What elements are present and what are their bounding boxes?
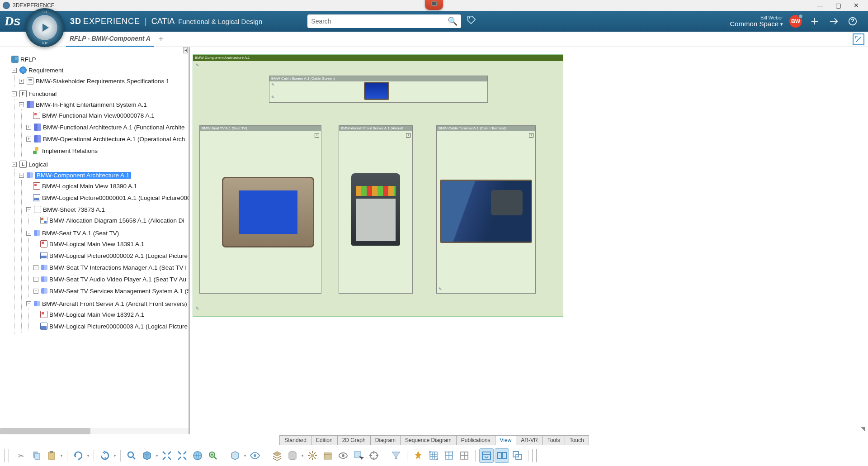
- expand-icon[interactable]: +: [33, 265, 38, 270]
- grid2-button[interactable]: [442, 448, 456, 463]
- tab-2dgraph[interactable]: 2D Graph: [337, 435, 371, 445]
- collapse-icon[interactable]: −: [12, 68, 17, 73]
- tree-item[interactable]: −BMW-Sheet 73873 A.1: [26, 204, 189, 214]
- tab-sequence[interactable]: Sequence Diagram: [400, 435, 457, 445]
- tree-logical[interactable]: −LLogical: [12, 159, 189, 169]
- tree-item[interactable]: BMW-Allocation Diagram 15658 A.1 (Alloca…: [33, 215, 189, 225]
- tree-item[interactable]: +BMW-Operational Architecture A.1 (Opera…: [26, 134, 189, 144]
- tree-item[interactable]: +BMW-Functional Architecture A.1 (Functi…: [26, 122, 189, 132]
- expand-button[interactable]: +: [406, 133, 410, 138]
- tree-item[interactable]: BMW-Logical Picture00000002 A.1 (Logical…: [33, 251, 189, 261]
- tree-item[interactable]: Implement Relations: [26, 146, 189, 156]
- grid-button[interactable]: [426, 448, 441, 463]
- resize-handle-icon[interactable]: [861, 427, 865, 432]
- showhide-button[interactable]: [248, 448, 262, 463]
- expand-icon[interactable]: +: [26, 125, 31, 130]
- tree-item[interactable]: BMW-Logical Picture00000003 A.1 (Logical…: [33, 321, 189, 331]
- tab-edition[interactable]: Edition: [311, 435, 338, 445]
- paste-button[interactable]: [44, 448, 59, 463]
- search-icon[interactable]: 🔍: [448, 16, 458, 26]
- tree-item[interactable]: −BMW-Seat TV A.1 (Seat TV): [26, 228, 189, 238]
- view3-button[interactable]: [510, 448, 524, 463]
- add-icon[interactable]: [808, 15, 821, 28]
- fullscreen-button[interactable]: [853, 33, 864, 45]
- tree-item[interactable]: BMW-Logical Picture00000001 A.1 (Logical…: [26, 193, 189, 203]
- tree-item[interactable]: −BMW-Aircraft Front Server A.1 (Aircraft…: [26, 299, 189, 309]
- collapse-icon[interactable]: −: [12, 162, 17, 167]
- tree-item[interactable]: BMW-Logical Main View 18390 A.1: [26, 181, 189, 191]
- avatar[interactable]: BW: [789, 15, 802, 28]
- new-tab-button[interactable]: +: [159, 34, 164, 44]
- tab-tools[interactable]: Tools: [542, 435, 565, 445]
- snap-button[interactable]: [457, 448, 472, 463]
- search-input[interactable]: [311, 18, 448, 25]
- expand-icon[interactable]: +: [26, 137, 31, 142]
- collapse-icon[interactable]: −: [26, 301, 31, 306]
- expand-button[interactable]: +: [529, 133, 533, 138]
- tree-root[interactable]: RFLP: [5, 54, 189, 64]
- collapse-handle[interactable]: ◂: [183, 47, 188, 53]
- cut-button[interactable]: ✂: [14, 448, 28, 463]
- toolbar-handle[interactable]: [5, 449, 9, 462]
- collapse-icon[interactable]: −: [26, 207, 31, 212]
- space-selector[interactable]: Common Space ▾: [730, 20, 783, 28]
- tree-functional[interactable]: −FFunctional: [12, 89, 189, 99]
- zoom-button[interactable]: [124, 448, 139, 463]
- collapse-icon[interactable]: −: [26, 231, 31, 236]
- window-maximize-button[interactable]: ▢: [829, 0, 847, 11]
- tab-touch[interactable]: Touch: [565, 435, 589, 445]
- collapse-icon[interactable]: −: [12, 91, 17, 96]
- select-button[interactable]: [351, 448, 366, 463]
- tree-item[interactable]: +BMW-Stakeholder Requirements Specificat…: [19, 76, 189, 86]
- crosshair-button[interactable]: [367, 448, 381, 463]
- eye2-button[interactable]: [336, 448, 350, 463]
- compass-widget[interactable]: 3DV.R: [25, 8, 64, 47]
- tab-standard[interactable]: Standard: [279, 435, 311, 445]
- find-button[interactable]: [206, 448, 220, 463]
- record-icon[interactable]: [425, 0, 443, 10]
- collapse-icon[interactable]: −: [19, 173, 24, 178]
- share-icon[interactable]: [827, 15, 840, 28]
- window-minimize-button[interactable]: —: [811, 0, 829, 11]
- undo-button[interactable]: [71, 448, 85, 463]
- recenter-button[interactable]: [160, 448, 174, 463]
- search-box[interactable]: 🔍: [307, 14, 461, 28]
- pin-button[interactable]: [411, 448, 425, 463]
- refresh-button[interactable]: [98, 448, 112, 463]
- tab-diagram[interactable]: Diagram: [370, 435, 401, 445]
- fitall-button[interactable]: [140, 448, 154, 463]
- tree-item[interactable]: +BMW-Seat TV Interactions Manager A.1 (S…: [33, 262, 189, 272]
- expand-icon[interactable]: +: [19, 79, 24, 84]
- document-tab[interactable]: RFLP - BMW-Component A: [66, 32, 154, 47]
- toolbar-handle[interactable]: [532, 449, 537, 462]
- filter-button[interactable]: [389, 448, 403, 463]
- tree-item-selected[interactable]: −BMW-Component Architecture A.1: [19, 170, 189, 180]
- expand-icon[interactable]: +: [33, 289, 38, 294]
- diagram-canvas[interactable]: BMW-Component Architecture A.1 ✎ BMW-Cab…: [190, 47, 868, 434]
- tab-arvr[interactable]: AR-VR: [516, 435, 542, 445]
- tree-item[interactable]: BMW-Logical Main View 18392 A.1: [33, 309, 189, 319]
- window-close-button[interactable]: ✕: [847, 0, 865, 11]
- gear-button[interactable]: [305, 448, 320, 463]
- tree-requirement[interactable]: −Requirement: [12, 65, 189, 75]
- tree-item[interactable]: BMW-Functional Main View00000078 A.1: [26, 110, 189, 120]
- view2-button[interactable]: [495, 448, 509, 463]
- tab-view[interactable]: View: [495, 435, 517, 445]
- tree-horizontal-scrollbar[interactable]: [0, 428, 189, 434]
- diagram-sheet[interactable]: BMW-Component Architecture A.1 ✎ BMW-Cab…: [193, 54, 563, 317]
- isometric-button[interactable]: [228, 448, 242, 463]
- view1-button[interactable]: [479, 448, 494, 463]
- tag-icon[interactable]: [467, 15, 476, 28]
- collapse-icon[interactable]: −: [19, 102, 24, 107]
- tree-item[interactable]: −BMW-In-Flight Entertainment System A.1: [19, 100, 189, 109]
- copy-button[interactable]: [29, 448, 43, 463]
- globe-button[interactable]: [190, 448, 205, 463]
- expand-button[interactable]: +: [315, 133, 319, 138]
- layers-button[interactable]: [270, 448, 284, 463]
- expand-icon[interactable]: +: [33, 277, 38, 282]
- tree-item[interactable]: +BMW-Seat TV Services Management System …: [33, 286, 189, 296]
- expand-button[interactable]: [175, 448, 189, 463]
- tree-item[interactable]: BMW-Logical Main View 18391 A.1: [33, 239, 189, 249]
- database-button[interactable]: [285, 448, 300, 463]
- box-button[interactable]: [321, 448, 335, 463]
